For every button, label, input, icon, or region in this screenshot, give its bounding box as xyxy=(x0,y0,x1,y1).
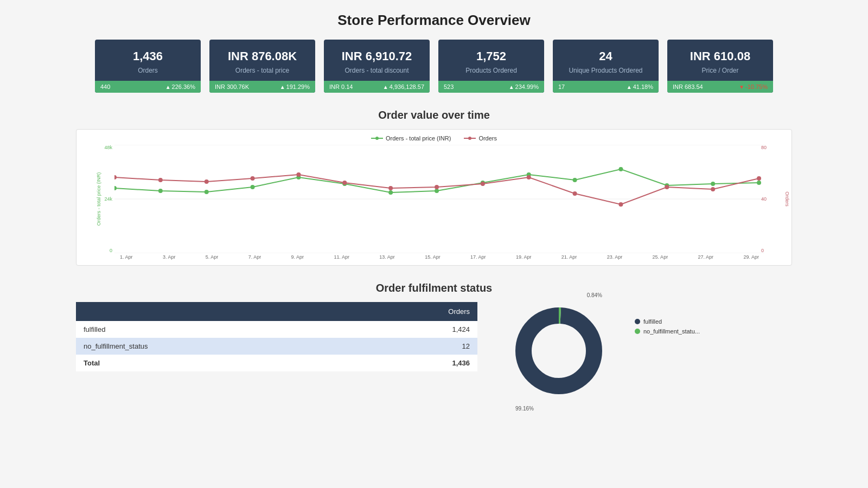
kpi-label-orders: Orders xyxy=(104,67,192,74)
y-axis-left-label: Orders - total price (INR) xyxy=(96,172,101,226)
kpi-value-products-ordered: 1,752 xyxy=(447,49,535,63)
y-right-max: 80 xyxy=(761,145,767,150)
svg-point-17 xyxy=(573,178,577,182)
x-label: 13. Apr xyxy=(379,254,395,260)
chart-svg-wrapper xyxy=(114,145,764,253)
legend-label-orders: Orders xyxy=(478,135,497,142)
kpi-change-orders: ▲ 226.36% xyxy=(165,84,195,90)
svg-point-23 xyxy=(158,178,163,182)
donut-svg xyxy=(510,302,608,400)
legend-label-price: Orders - total price (INR) xyxy=(386,135,451,142)
kpi-change-price-per-order: ▼ -10.75% xyxy=(739,84,768,90)
svg-point-27 xyxy=(342,181,347,185)
donut-and-legend: 0.84% 99.16% fulfilled no_fulfillment_st… xyxy=(510,302,700,400)
svg-point-7 xyxy=(114,186,117,190)
chart-legend: Orders - total price (INR) Orders xyxy=(87,135,781,142)
x-label: 21. Apr xyxy=(561,254,577,260)
kpi-footer-price-per-order: INR 683.54 ▼ -10.75% xyxy=(667,81,773,93)
kpi-card-body-products-ordered: 1,752 Products Ordered xyxy=(438,40,544,81)
x-label: 9. Apr xyxy=(291,254,304,260)
order-value-section-title: Order value over time xyxy=(33,109,835,121)
svg-point-14 xyxy=(435,189,439,193)
svg-point-25 xyxy=(251,176,255,181)
svg-point-29 xyxy=(435,185,439,189)
x-axis-labels: 1. Apr3. Apr5. Apr7. Apr9. Apr11. Apr13.… xyxy=(114,254,764,260)
kpi-prev-orders-total-price: INR 300.76K xyxy=(215,84,249,90)
svg-point-9 xyxy=(205,190,209,194)
kpi-footer-orders: 440 ▲ 226.36% xyxy=(95,81,201,93)
legend-item-orders: Orders xyxy=(464,135,497,142)
donut-legend-item: no_fulfillment_statu... xyxy=(635,328,700,335)
legend-item-price: Orders - total price (INR) xyxy=(371,135,451,142)
kpi-footer-products-ordered: 523 ▲ 234.99% xyxy=(438,81,544,93)
x-label: 7. Apr xyxy=(248,254,261,260)
kpi-card-body-orders-total-price: INR 876.08K Orders - total price xyxy=(209,40,315,81)
svg-point-21 xyxy=(757,181,761,185)
kpi-value-price-per-order: INR 610.08 xyxy=(676,49,764,63)
kpi-change-value-price-per-order: -10.75% xyxy=(745,84,768,90)
kpi-card-products-ordered: 1,752 Products Ordered 523 ▲ 234.99% xyxy=(438,40,544,93)
y-left-min: 0 xyxy=(110,248,112,253)
kpi-change-value-orders: 226.36% xyxy=(172,84,195,90)
svg-point-36 xyxy=(757,176,761,181)
x-label: 27. Apr xyxy=(698,254,714,260)
fulfillment-section: Orders fulfilled 1,424 no_fulfillment_st… xyxy=(76,302,792,400)
arrow-up: ▲ xyxy=(627,84,632,90)
svg-point-31 xyxy=(527,175,531,179)
kpi-value-unique-products: 24 xyxy=(561,49,650,63)
donut-label-bottom: 99.16% xyxy=(515,406,534,412)
y-axis-right-label: Orders xyxy=(784,191,790,207)
x-label: 25. Apr xyxy=(653,254,668,260)
kpi-label-orders-total-price: Orders - total price xyxy=(218,67,307,74)
svg-point-13 xyxy=(388,190,393,195)
svg-point-8 xyxy=(158,189,163,193)
kpi-change-orders-total-discount: ▲ 4,936,128.57 xyxy=(383,84,424,90)
col-status-header xyxy=(76,302,350,321)
svg-point-3 xyxy=(468,137,471,140)
table-row: no_fulfillment_status 12 xyxy=(76,338,477,355)
arrow-up: ▲ xyxy=(165,84,171,90)
fulfillment-section-title: Order fulfilment status xyxy=(33,282,835,294)
donut-legend-dot xyxy=(635,319,640,324)
donut-legend-label: fulfilled xyxy=(643,318,662,325)
y-right-mid: 40 xyxy=(761,196,767,202)
svg-point-37 xyxy=(524,316,594,386)
svg-point-1 xyxy=(375,137,379,140)
svg-point-10 xyxy=(251,185,255,189)
svg-point-32 xyxy=(573,191,577,196)
kpi-card-body-orders-total-discount: INR 6,910.72 Orders - total discount xyxy=(324,40,430,81)
kpi-change-products-ordered: ▲ 234.99% xyxy=(509,84,539,90)
y-left-mid: 24k xyxy=(104,196,112,202)
kpi-card-body-unique-products: 24 Unique Products Ordered xyxy=(553,40,659,81)
kpi-change-value-products-ordered: 234.99% xyxy=(515,84,539,90)
kpi-label-unique-products: Unique Products Ordered xyxy=(561,67,650,74)
kpi-label-orders-total-discount: Orders - total discount xyxy=(333,67,421,74)
kpi-footer-orders-total-price: INR 300.76K ▲ 191.29% xyxy=(209,81,315,93)
kpi-prev-unique-products: 17 xyxy=(558,84,565,90)
svg-point-22 xyxy=(114,175,117,179)
fulfillment-table-container: Orders fulfilled 1,424 no_fulfillment_st… xyxy=(76,302,477,371)
kpi-label-price-per-order: Price / Order xyxy=(676,67,764,74)
kpi-card-body-price-per-order: INR 610.08 Price / Order xyxy=(667,40,773,81)
x-label: 23. Apr xyxy=(607,254,623,260)
y-right-min: 0 xyxy=(761,248,764,253)
donut-chart: 0.84% 99.16% xyxy=(510,302,608,400)
kpi-value-orders-total-discount: INR 6,910.72 xyxy=(333,49,421,63)
arrow-up: ▲ xyxy=(383,84,388,90)
kpi-value-orders-total-price: INR 876.08K xyxy=(218,49,307,63)
arrow-up: ▲ xyxy=(509,84,514,90)
row-orders: 1,424 xyxy=(350,321,477,338)
svg-point-26 xyxy=(296,172,301,177)
kpi-change-value-orders-total-discount: 4,936,128.57 xyxy=(390,84,424,90)
table-row: fulfilled 1,424 xyxy=(76,321,477,338)
svg-point-28 xyxy=(388,186,393,190)
fulfillment-table: Orders fulfilled 1,424 no_fulfillment_st… xyxy=(76,302,477,371)
kpi-value-orders: 1,436 xyxy=(104,49,192,63)
x-label: 17. Apr xyxy=(470,254,486,260)
kpi-prev-orders: 440 xyxy=(100,84,110,90)
x-label: 19. Apr xyxy=(516,254,532,260)
row-status: no_fulfillment_status xyxy=(76,338,350,355)
total-value: 1,436 xyxy=(350,355,477,371)
kpi-row: 1,436 Orders 440 ▲ 226.36% INR 876.08K O… xyxy=(33,40,835,93)
line-chart-svg xyxy=(114,145,764,253)
